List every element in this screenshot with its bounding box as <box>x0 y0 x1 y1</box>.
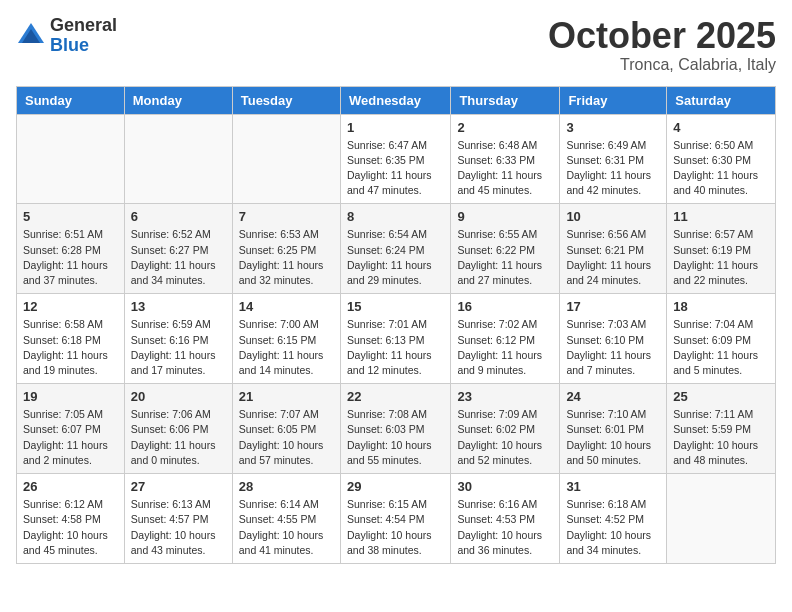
calendar-week-row: 12Sunrise: 6:58 AM Sunset: 6:18 PM Dayli… <box>17 294 776 384</box>
calendar-cell <box>124 114 232 204</box>
day-number: 22 <box>347 389 444 404</box>
day-number: 6 <box>131 209 226 224</box>
day-number: 14 <box>239 299 334 314</box>
day-number: 20 <box>131 389 226 404</box>
day-number: 10 <box>566 209 660 224</box>
day-number: 5 <box>23 209 118 224</box>
day-number: 15 <box>347 299 444 314</box>
day-number: 28 <box>239 479 334 494</box>
day-info: Sunrise: 6:58 AM Sunset: 6:18 PM Dayligh… <box>23 317 118 378</box>
calendar-cell: 11Sunrise: 6:57 AM Sunset: 6:19 PM Dayli… <box>667 204 776 294</box>
day-info: Sunrise: 6:48 AM Sunset: 6:33 PM Dayligh… <box>457 138 553 199</box>
day-number: 21 <box>239 389 334 404</box>
day-info: Sunrise: 6:52 AM Sunset: 6:27 PM Dayligh… <box>131 227 226 288</box>
calendar-cell: 20Sunrise: 7:06 AM Sunset: 6:06 PM Dayli… <box>124 384 232 474</box>
day-info: Sunrise: 7:08 AM Sunset: 6:03 PM Dayligh… <box>347 407 444 468</box>
day-info: Sunrise: 6:15 AM Sunset: 4:54 PM Dayligh… <box>347 497 444 558</box>
day-info: Sunrise: 7:11 AM Sunset: 5:59 PM Dayligh… <box>673 407 769 468</box>
logo-general: General <box>50 16 117 36</box>
day-info: Sunrise: 6:54 AM Sunset: 6:24 PM Dayligh… <box>347 227 444 288</box>
weekday-header-wednesday: Wednesday <box>340 86 450 114</box>
calendar-cell: 12Sunrise: 6:58 AM Sunset: 6:18 PM Dayli… <box>17 294 125 384</box>
day-number: 7 <box>239 209 334 224</box>
day-info: Sunrise: 6:53 AM Sunset: 6:25 PM Dayligh… <box>239 227 334 288</box>
day-info: Sunrise: 6:49 AM Sunset: 6:31 PM Dayligh… <box>566 138 660 199</box>
calendar-cell: 27Sunrise: 6:13 AM Sunset: 4:57 PM Dayli… <box>124 474 232 564</box>
day-info: Sunrise: 7:05 AM Sunset: 6:07 PM Dayligh… <box>23 407 118 468</box>
day-number: 3 <box>566 120 660 135</box>
day-info: Sunrise: 7:00 AM Sunset: 6:15 PM Dayligh… <box>239 317 334 378</box>
day-number: 11 <box>673 209 769 224</box>
day-info: Sunrise: 6:51 AM Sunset: 6:28 PM Dayligh… <box>23 227 118 288</box>
day-info: Sunrise: 6:16 AM Sunset: 4:53 PM Dayligh… <box>457 497 553 558</box>
day-info: Sunrise: 6:55 AM Sunset: 6:22 PM Dayligh… <box>457 227 553 288</box>
calendar-cell: 31Sunrise: 6:18 AM Sunset: 4:52 PM Dayli… <box>560 474 667 564</box>
day-info: Sunrise: 7:04 AM Sunset: 6:09 PM Dayligh… <box>673 317 769 378</box>
day-info: Sunrise: 7:10 AM Sunset: 6:01 PM Dayligh… <box>566 407 660 468</box>
weekday-header-thursday: Thursday <box>451 86 560 114</box>
day-info: Sunrise: 7:09 AM Sunset: 6:02 PM Dayligh… <box>457 407 553 468</box>
calendar-cell: 16Sunrise: 7:02 AM Sunset: 6:12 PM Dayli… <box>451 294 560 384</box>
location-subtitle: Tronca, Calabria, Italy <box>548 56 776 74</box>
weekday-header-tuesday: Tuesday <box>232 86 340 114</box>
day-number: 19 <box>23 389 118 404</box>
calendar-cell: 5Sunrise: 6:51 AM Sunset: 6:28 PM Daylig… <box>17 204 125 294</box>
calendar-cell: 26Sunrise: 6:12 AM Sunset: 4:58 PM Dayli… <box>17 474 125 564</box>
calendar-cell: 3Sunrise: 6:49 AM Sunset: 6:31 PM Daylig… <box>560 114 667 204</box>
calendar-table: SundayMondayTuesdayWednesdayThursdayFrid… <box>16 86 776 564</box>
calendar-cell: 18Sunrise: 7:04 AM Sunset: 6:09 PM Dayli… <box>667 294 776 384</box>
day-info: Sunrise: 6:13 AM Sunset: 4:57 PM Dayligh… <box>131 497 226 558</box>
calendar-cell <box>667 474 776 564</box>
calendar-week-row: 1Sunrise: 6:47 AM Sunset: 6:35 PM Daylig… <box>17 114 776 204</box>
day-number: 29 <box>347 479 444 494</box>
weekday-header-saturday: Saturday <box>667 86 776 114</box>
calendar-cell <box>232 114 340 204</box>
day-number: 26 <box>23 479 118 494</box>
weekday-header-sunday: Sunday <box>17 86 125 114</box>
calendar-cell: 17Sunrise: 7:03 AM Sunset: 6:10 PM Dayli… <box>560 294 667 384</box>
day-number: 24 <box>566 389 660 404</box>
calendar-cell: 6Sunrise: 6:52 AM Sunset: 6:27 PM Daylig… <box>124 204 232 294</box>
calendar-week-row: 5Sunrise: 6:51 AM Sunset: 6:28 PM Daylig… <box>17 204 776 294</box>
day-number: 17 <box>566 299 660 314</box>
calendar-cell: 7Sunrise: 6:53 AM Sunset: 6:25 PM Daylig… <box>232 204 340 294</box>
calendar-cell: 10Sunrise: 6:56 AM Sunset: 6:21 PM Dayli… <box>560 204 667 294</box>
calendar-cell: 22Sunrise: 7:08 AM Sunset: 6:03 PM Dayli… <box>340 384 450 474</box>
day-number: 1 <box>347 120 444 135</box>
day-info: Sunrise: 6:47 AM Sunset: 6:35 PM Dayligh… <box>347 138 444 199</box>
logo-text: General Blue <box>50 16 117 56</box>
day-number: 30 <box>457 479 553 494</box>
calendar-cell: 8Sunrise: 6:54 AM Sunset: 6:24 PM Daylig… <box>340 204 450 294</box>
day-info: Sunrise: 7:06 AM Sunset: 6:06 PM Dayligh… <box>131 407 226 468</box>
day-info: Sunrise: 6:59 AM Sunset: 6:16 PM Dayligh… <box>131 317 226 378</box>
calendar-cell <box>17 114 125 204</box>
calendar-cell: 29Sunrise: 6:15 AM Sunset: 4:54 PM Dayli… <box>340 474 450 564</box>
day-info: Sunrise: 7:02 AM Sunset: 6:12 PM Dayligh… <box>457 317 553 378</box>
logo-icon <box>16 21 46 51</box>
calendar-cell: 24Sunrise: 7:10 AM Sunset: 6:01 PM Dayli… <box>560 384 667 474</box>
day-number: 8 <box>347 209 444 224</box>
day-info: Sunrise: 6:14 AM Sunset: 4:55 PM Dayligh… <box>239 497 334 558</box>
calendar-cell: 21Sunrise: 7:07 AM Sunset: 6:05 PM Dayli… <box>232 384 340 474</box>
calendar-cell: 4Sunrise: 6:50 AM Sunset: 6:30 PM Daylig… <box>667 114 776 204</box>
calendar-cell: 13Sunrise: 6:59 AM Sunset: 6:16 PM Dayli… <box>124 294 232 384</box>
weekday-header-friday: Friday <box>560 86 667 114</box>
calendar-cell: 2Sunrise: 6:48 AM Sunset: 6:33 PM Daylig… <box>451 114 560 204</box>
page-header: General Blue October 2025 Tronca, Calabr… <box>16 16 776 74</box>
day-number: 18 <box>673 299 769 314</box>
day-number: 12 <box>23 299 118 314</box>
day-number: 23 <box>457 389 553 404</box>
calendar-week-row: 26Sunrise: 6:12 AM Sunset: 4:58 PM Dayli… <box>17 474 776 564</box>
calendar-cell: 15Sunrise: 7:01 AM Sunset: 6:13 PM Dayli… <box>340 294 450 384</box>
month-title: October 2025 <box>548 16 776 56</box>
day-info: Sunrise: 7:07 AM Sunset: 6:05 PM Dayligh… <box>239 407 334 468</box>
calendar-cell: 19Sunrise: 7:05 AM Sunset: 6:07 PM Dayli… <box>17 384 125 474</box>
calendar-cell: 30Sunrise: 6:16 AM Sunset: 4:53 PM Dayli… <box>451 474 560 564</box>
day-number: 13 <box>131 299 226 314</box>
day-info: Sunrise: 6:57 AM Sunset: 6:19 PM Dayligh… <box>673 227 769 288</box>
day-info: Sunrise: 6:18 AM Sunset: 4:52 PM Dayligh… <box>566 497 660 558</box>
day-number: 9 <box>457 209 553 224</box>
day-number: 25 <box>673 389 769 404</box>
day-info: Sunrise: 7:01 AM Sunset: 6:13 PM Dayligh… <box>347 317 444 378</box>
day-number: 4 <box>673 120 769 135</box>
